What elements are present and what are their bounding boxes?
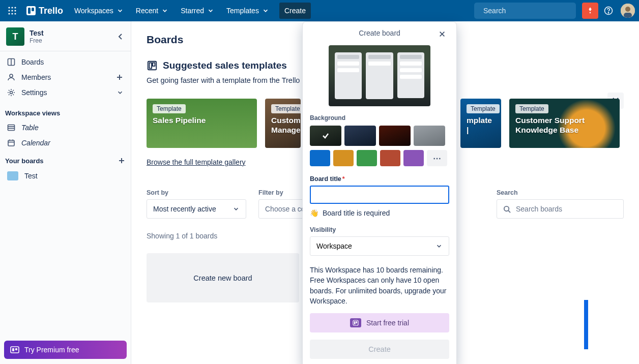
svg-point-25 [10,92,13,94]
wave-emoji-icon: 👋 [310,209,318,217]
background-color-option[interactable] [380,150,400,166]
background-label: Background [310,114,449,122]
board-title-input[interactable] [310,186,449,204]
nav-templates[interactable]: Templates [221,3,274,19]
chevron-down-icon [233,205,240,213]
sidebar-board-item[interactable]: Test [0,168,131,184]
svg-rect-40 [153,63,155,66]
search-boards-label: Search [497,189,624,196]
background-image-option[interactable] [379,126,411,146]
your-boards-heading: Your boards [0,150,131,168]
launch-button[interactable] [582,3,598,19]
svg-point-4 [11,10,13,11]
svg-rect-26 [8,125,15,131]
add-member-button[interactable] [115,73,124,81]
template-card[interactable]: Template Customer Support Knowledge Base [509,99,620,148]
template-icon [147,60,158,71]
board-title-label: Board title* [310,175,449,183]
browse-templates-link[interactable]: Browse the full template gallery [147,158,246,166]
template-pill: Template [271,104,301,113]
workspace-plan: Free [30,37,44,44]
sidebar-view-table[interactable]: Table [0,120,131,135]
more-backgrounds-button[interactable]: ⋯ [427,150,447,166]
svg-rect-19 [624,13,632,18]
background-image-option[interactable] [414,126,445,146]
svg-rect-29 [8,140,14,146]
trello-logo[interactable]: Trello [22,3,67,19]
calendar-icon [7,139,15,147]
template-card[interactable]: Template mplate | [460,99,501,148]
background-image-option[interactable] [344,126,376,146]
svg-point-43 [504,206,509,210]
try-premium-button[interactable]: Try Premium free [4,341,127,359]
template-card[interactable]: Template Customer Manage [265,99,301,148]
background-image-option[interactable] [310,126,341,146]
topbar: Trello Workspaces Recent Starred Templat… [0,0,639,21]
nav-workspaces[interactable]: Workspaces [69,3,129,19]
plus-icon [115,73,124,81]
sort-by-select[interactable]: Most recently active [147,199,246,219]
svg-point-18 [625,7,630,12]
svg-rect-37 [15,348,17,350]
background-color-option[interactable] [357,150,377,166]
workspace-name: Test [30,29,44,37]
global-search-input[interactable] [483,7,572,15]
svg-point-5 [14,10,16,11]
create-board-popover: Create board Background ⋯ [302,21,457,364]
premium-badge-icon [350,318,361,327]
svg-line-44 [508,210,510,213]
sidebar: T Test Free Boards Members Settings [0,21,131,364]
svg-point-8 [14,13,16,14]
workspace-badge: T [6,27,24,46]
help-button[interactable] [600,3,617,19]
members-icon [7,73,15,81]
settings-expand[interactable] [117,89,124,96]
start-free-trial-button[interactable]: Start free trial [310,313,449,332]
popover-title: Create board [310,28,449,42]
sidebar-item-members[interactable]: Members [0,70,131,85]
visibility-select[interactable]: Workspace [310,236,449,256]
rocket-icon [586,7,594,15]
svg-point-14 [590,12,591,14]
collapse-sidebar-button[interactable] [117,33,125,41]
sidebar-view-calendar[interactable]: Calendar [0,135,131,150]
board-accent-strip [584,300,588,349]
nav-starred[interactable]: Starred [176,3,219,19]
background-color-option[interactable] [310,150,330,166]
svg-rect-36 [12,348,14,351]
nav-create-button[interactable]: Create [279,3,311,19]
apps-switcher-icon[interactable] [4,3,20,19]
help-icon [604,6,613,15]
svg-point-7 [11,13,13,14]
create-board-submit-button[interactable]: Create [310,340,449,359]
background-color-row: ⋯ [310,150,449,166]
background-image-row [310,126,449,146]
popover-close-button[interactable] [435,27,449,41]
svg-rect-35 [11,347,19,353]
boards-icon [7,58,15,66]
board-thumbnail [7,171,18,180]
template-card[interactable]: Template Sales Pipeline [147,99,257,148]
svg-point-1 [11,7,13,8]
svg-point-6 [8,13,10,14]
global-search[interactable] [474,3,576,19]
sidebar-item-settings[interactable]: Settings [0,85,131,100]
search-icon [503,205,511,213]
sidebar-item-boards[interactable]: Boards [0,54,131,70]
svg-rect-11 [32,8,34,11]
template-pill: Template [153,104,186,113]
nav-recent[interactable]: Recent [131,3,173,19]
search-boards-input[interactable] [516,205,617,213]
add-board-button[interactable] [118,157,126,165]
board-title-hint: 👋 Board title is required [310,209,449,217]
user-avatar[interactable] [621,4,635,18]
table-icon [7,124,15,132]
chevron-down-icon [117,89,124,96]
premium-icon [10,345,19,354]
svg-rect-10 [28,8,31,14]
background-color-option[interactable] [403,150,424,166]
plus-icon [118,157,126,165]
background-color-option[interactable] [333,150,354,166]
logo-text: Trello [39,6,63,16]
create-new-board-tile[interactable]: Create new board [147,253,299,302]
